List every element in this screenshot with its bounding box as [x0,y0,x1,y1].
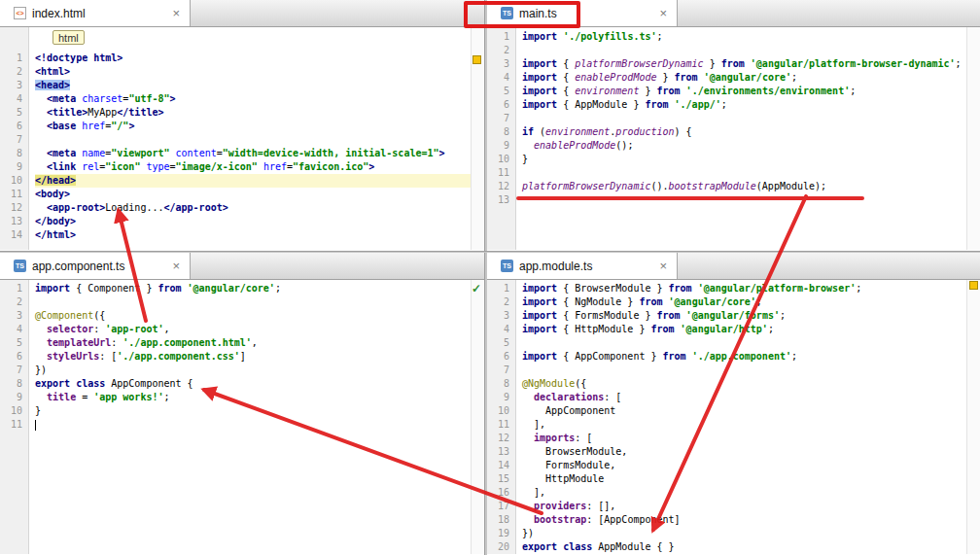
close-icon[interactable]: × [170,7,182,19]
line-number[interactable]: 4 [487,323,509,336]
line-number[interactable]: 12 [0,201,22,215]
line-number[interactable]: 13 [487,445,509,459]
line-number[interactable]: 6 [0,120,22,133]
code-line[interactable]: export class AppModule { } [522,540,966,554]
line-number[interactable]: 14 [0,228,22,242]
code-line[interactable]: import { Component } from '@angular/core… [35,282,471,295]
line-number[interactable]: 10 [0,174,22,188]
code-line[interactable] [522,44,966,57]
code-line[interactable]: import { FormsModule } from '@angular/fo… [522,309,966,323]
line-number[interactable]: 11 [487,418,509,432]
line-number[interactable]: 2 [487,44,509,57]
line-number[interactable]: 3 [487,57,509,71]
code-line[interactable]: <!doctype html> [35,52,471,65]
code-line[interactable] [522,193,966,207]
line-number[interactable]: 10 [0,404,22,418]
tab-app-component-ts[interactable]: TS app.component.ts × [0,253,191,279]
code-line[interactable]: <link rel="icon" type="image/x-icon" hre… [35,160,471,174]
code[interactable]: <!doctype html><html><head> <meta charse… [29,27,471,250]
code-line[interactable] [35,295,471,309]
gutter[interactable]: 1234567891011121314151617181920 [487,280,516,554]
line-number[interactable]: 5 [487,336,509,350]
line-number[interactable]: 9 [0,391,22,404]
line-number[interactable]: 20 [487,540,509,554]
code-line[interactable]: } [35,404,471,418]
tab-main-ts[interactable]: TS main.ts × [487,0,678,26]
code-line[interactable]: bootstrap: [AppComponent] [522,513,966,527]
line-number[interactable]: 2 [487,295,509,309]
code-line[interactable] [522,112,966,125]
line-number[interactable]: 8 [487,125,509,139]
line-number[interactable]: 8 [0,377,22,391]
code-line[interactable]: import { environment } from './environme… [522,85,966,98]
code-line[interactable]: @NgModule({ [522,377,966,391]
code-line[interactable]: title = 'app works!'; [35,391,471,404]
line-number[interactable]: 14 [487,459,509,472]
line-number[interactable]: 17 [487,500,509,513]
line-number[interactable]: 13 [487,193,509,207]
code-line[interactable]: <head> [35,79,471,92]
gutter[interactable]: 12345678910111213 [487,27,516,250]
error-stripe[interactable] [966,27,980,250]
code-line[interactable]: <base href="/"> [35,120,471,133]
code-line[interactable]: import { BrowserModule } from '@angular/… [522,282,966,295]
line-number[interactable]: 15 [487,472,509,486]
code-line[interactable] [35,418,471,432]
editor-main-ts[interactable]: 12345678910111213 import './polyfills.ts… [487,27,980,250]
code-line[interactable]: } [522,153,966,166]
code-line[interactable]: providers: [], [522,500,966,513]
line-number[interactable]: 9 [487,139,509,153]
horizontal-splitter[interactable] [0,251,980,253]
line-number[interactable]: 16 [487,486,509,500]
code[interactable]: import './polyfills.ts';import { platfor… [516,27,966,250]
vertical-splitter[interactable] [484,0,487,555]
line-number[interactable]: 8 [487,377,509,391]
line-number[interactable]: 12 [487,432,509,445]
code-line[interactable]: imports: [ [522,432,966,445]
code-line[interactable]: import { enableProdMode } from '@angular… [522,71,966,85]
code-line[interactable]: </html> [35,228,471,242]
line-number[interactable]: 7 [487,364,509,377]
code-line[interactable]: <app-root>Loading...</app-root> [35,201,471,215]
code-line[interactable]: import { platformBrowserDynamic } from '… [522,57,966,71]
line-number[interactable]: 9 [487,391,509,404]
code-line[interactable] [522,336,966,350]
code-line[interactable]: <meta name="viewport" content="width=dev… [35,147,471,160]
line-number[interactable]: 3 [0,79,22,92]
line-number[interactable]: 1 [487,282,509,295]
code-line[interactable]: declarations: [ [522,391,966,404]
code-line[interactable]: HttpModule [522,472,966,486]
line-number[interactable]: 8 [0,147,22,160]
line-number[interactable]: 1 [0,52,22,65]
line-number[interactable]: 7 [0,364,22,377]
code-line[interactable]: platformBrowserDynamic().bootstrapModule… [522,180,966,193]
line-number[interactable]: 10 [487,153,509,166]
error-stripe[interactable] [966,280,980,554]
code-line[interactable]: styleUrls: ['./app.component.css'] [35,350,471,364]
code-line[interactable]: selector: 'app-root', [35,323,471,336]
line-number[interactable]: 7 [0,133,22,147]
line-number[interactable]: 13 [0,215,22,228]
line-number[interactable]: 4 [0,92,22,106]
code-line[interactable]: import { NgModule } from '@angular/core'… [522,295,966,309]
breadcrumb-tag[interactable]: html [52,30,85,45]
line-number[interactable]: 5 [487,85,509,98]
code-line[interactable]: if (environment.production) { [522,125,966,139]
code-line[interactable] [522,166,966,180]
line-number[interactable]: 9 [0,160,22,174]
code-line[interactable]: export class AppComponent { [35,377,471,391]
code-line[interactable]: ], [522,486,966,500]
code-line[interactable]: <html> [35,65,471,79]
code-line[interactable]: templateUrl: './app.component.html', [35,336,471,350]
code-line[interactable]: }) [522,527,966,540]
code-line[interactable]: enableProdMode(); [522,139,966,153]
line-number[interactable]: 12 [487,180,509,193]
line-number[interactable]: 19 [487,527,509,540]
line-number[interactable]: 1 [0,282,22,295]
line-number[interactable]: 11 [0,418,22,432]
code-line[interactable]: <meta charset="utf-8"> [35,92,471,106]
code-line[interactable]: <body> [35,188,471,201]
editor-app-component-ts[interactable]: 1234567891011 import { Component } from … [0,280,484,554]
line-number[interactable]: 4 [487,71,509,85]
code-line[interactable]: import { AppModule } from './app/'; [522,98,966,112]
